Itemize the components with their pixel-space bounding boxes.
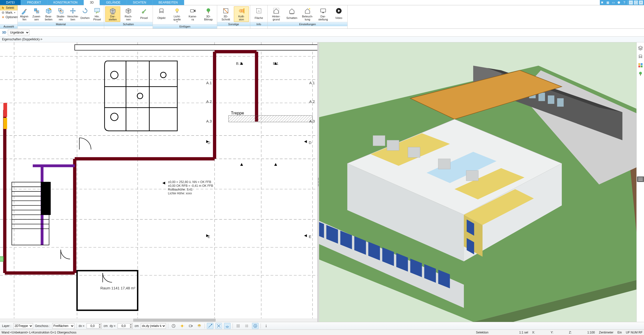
layers-small-icon[interactable] <box>196 323 203 329</box>
select-button[interactable]: Selekt <box>0 5 17 10</box>
menu-tab-3d[interactable]: 3D <box>84 0 100 5</box>
menu-tab-bearbeiten[interactable]: BEARBEITEN <box>153 0 184 5</box>
svg-rect-131 <box>638 63 640 65</box>
bottom-toolbar: Layer : 2DTreppe Geschoss : Freiflächen … <box>0 322 644 329</box>
tool-collision[interactable]: Kolli-sion <box>234 6 249 22</box>
tool-play[interactable]: Video <box>331 6 346 22</box>
svg-rect-25 <box>321 9 326 12</box>
north-icon[interactable]: N <box>252 323 259 329</box>
dx-down[interactable]: ▼ <box>98 326 101 328</box>
tool-tree[interactable]: 3D-Bitmap <box>201 6 216 22</box>
svg-text:A.2: A.2 <box>309 100 315 104</box>
dy-down[interactable]: ▼ <box>129 326 132 328</box>
layer-select[interactable]: 2DTreppe <box>13 323 33 329</box>
close-icon[interactable]: × <box>639 1 643 5</box>
monitor-icon <box>320 7 327 14</box>
area-icon: A <box>255 7 262 14</box>
tool-section[interactable]: 3D-Schnitt <box>218 6 233 22</box>
minimize-icon[interactable]: – <box>629 1 633 5</box>
shield-icon[interactable]: ⬢ <box>617 0 621 5</box>
help-icon[interactable]: ? <box>622 0 627 5</box>
floor-select[interactable]: Freiflächen <box>52 323 74 329</box>
dy-input[interactable]: ▲▼ <box>118 323 133 329</box>
info-icon[interactable] <box>263 323 269 329</box>
tool-assign[interactable]: Zuwei-sen <box>31 6 42 22</box>
ribbon-group-label: Schatten <box>104 22 153 26</box>
svg-rect-71 <box>229 115 313 122</box>
mark-button[interactable]: Mark. ▾ <box>0 10 17 15</box>
tool-area[interactable]: AFläche <box>251 6 266 22</box>
snap-plane-icon[interactable] <box>224 323 231 329</box>
svg-point-138 <box>181 325 183 327</box>
dx-input[interactable]: ▲▼ <box>87 323 102 329</box>
tool-rotate[interactable]: Drehen <box>79 6 91 22</box>
hscrollbar-2d[interactable] <box>0 318 317 322</box>
dx-up[interactable]: ▲ <box>98 323 101 326</box>
layers-icon[interactable] <box>638 45 643 51</box>
right-handle[interactable] <box>637 176 644 182</box>
coord-mode-select[interactable]: dx,dy (relativ ka <box>141 323 166 329</box>
section-icon <box>222 7 229 14</box>
snap-endpoint-icon[interactable] <box>207 323 213 329</box>
tool-move[interactable]: Verschie-ben <box>67 6 79 22</box>
svg-rect-110 <box>373 136 385 146</box>
svg-rect-100 <box>538 93 545 101</box>
terrain-select[interactable]: Urgelände <box>8 30 30 35</box>
menu-tab-gelaende[interactable]: GELÄNDE <box>100 0 127 5</box>
tool-cube-shadow[interactable]: Dar-stellen <box>105 6 120 22</box>
tool-label: Skalie-ren <box>57 15 65 21</box>
clock-icon[interactable] <box>170 323 177 329</box>
tool-camera[interactable]: Kame-ra <box>185 6 200 22</box>
svg-rect-44 <box>3 103 7 117</box>
dy-up[interactable]: ▲ <box>129 323 132 326</box>
collision-icon <box>238 7 245 14</box>
dy-field[interactable] <box>118 324 129 328</box>
chair-icon[interactable] <box>638 54 643 59</box>
grid-sparse-icon[interactable] <box>243 323 250 329</box>
palette-icon[interactable] <box>638 63 643 68</box>
ribbon-group-label: Einfügen <box>153 24 217 28</box>
tool-cube-calc[interactable]: ΣRech-nen <box>121 6 136 22</box>
restore-icon[interactable]: ▢ <box>634 1 638 5</box>
workspace: Raum 1141 17,48 m² Treppe A.1A.1 A.2A.2 … <box>0 42 644 322</box>
status-ein: Ein <box>618 331 622 334</box>
wrench-icon[interactable]: ✖ <box>600 0 604 5</box>
tool-edit-cube[interactable]: Bear-beiten <box>43 6 54 22</box>
tree-icon <box>205 7 212 14</box>
tool-chair[interactable]: Objekt <box>154 6 169 22</box>
treppe-label: Treppe <box>231 111 244 115</box>
properties-hint[interactable]: Eigenschaften (Doppelklick)-> <box>0 37 644 42</box>
menu-tab-sichten[interactable]: SICHTEN <box>127 0 153 5</box>
tool-house-bg[interactable]: Hinter-grund <box>269 6 284 22</box>
tool-label: 3D-Bitmap <box>204 15 213 21</box>
tile-icon[interactable]: ▦ <box>605 0 610 5</box>
menu-tab-projekt[interactable]: PROJEKT <box>21 0 47 5</box>
svg-point-144 <box>211 324 212 325</box>
ribbon-group-sonstige: 3D-SchnittKolli-sionSonstige <box>217 5 250 28</box>
svg-text:N: N <box>255 325 256 327</box>
sun-icon[interactable] <box>179 323 185 329</box>
tool-brush-bg[interactable]: Hin.Pinsel <box>91 6 103 22</box>
camera-small-icon[interactable] <box>187 323 194 329</box>
tool-house-shadow[interactable]: Schatten <box>284 6 299 22</box>
tool-scale[interactable]: Skalie-ren <box>55 6 67 22</box>
grid-dense-icon[interactable] <box>235 323 241 329</box>
snap-intersection-icon[interactable] <box>215 323 222 329</box>
tool-eyedrop[interactable]: Abgrei-fen <box>19 6 30 22</box>
svg-rect-43 <box>75 45 317 50</box>
plus-icon <box>2 16 5 19</box>
menu-tab-konstruktion[interactable]: KONSTRUKTION <box>47 0 84 5</box>
tree-icon[interactable] <box>638 71 643 77</box>
pane-3d[interactable] <box>319 42 637 322</box>
dx-field[interactable] <box>87 324 98 328</box>
svg-point-11 <box>176 9 179 12</box>
scale-icon <box>57 7 64 14</box>
cascade-icon[interactable]: ▭ <box>611 0 615 5</box>
tool-house-light[interactable]: Beleuch-tung <box>300 6 315 22</box>
options-button[interactable]: Optionen <box>0 15 17 19</box>
tool-brush[interactable]: Pinsel <box>136 6 152 22</box>
pane-2d[interactable]: Raum 1141 17,48 m² Treppe A.1A.1 A.2A.2 … <box>0 42 318 322</box>
menu-tab-datei[interactable]: DATEI <box>0 0 21 5</box>
tool-bulb[interactable]: Licht-quelle▼ <box>170 6 185 24</box>
tool-monitor[interactable]: Dar-stellung <box>316 6 331 22</box>
